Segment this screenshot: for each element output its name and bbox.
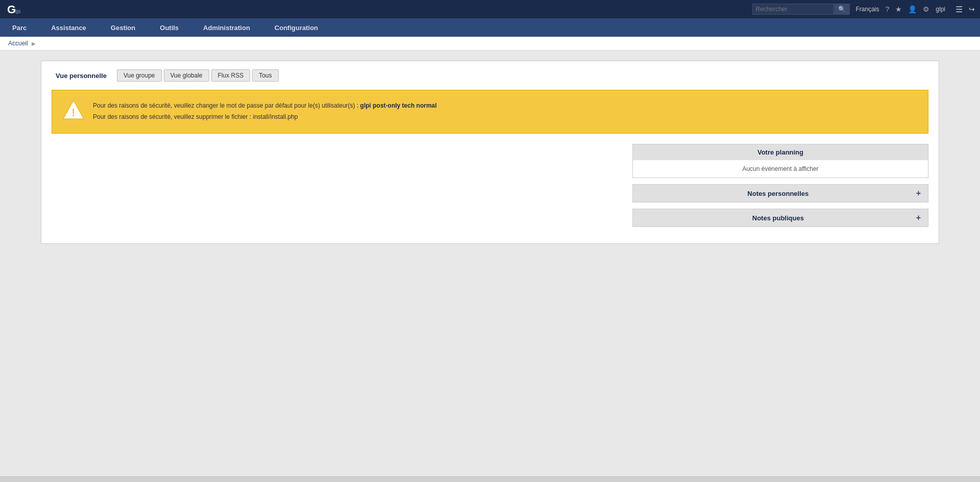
search-button[interactable]: 🔍	[834, 4, 850, 15]
breadcrumb-home[interactable]: Accueil	[8, 40, 28, 47]
nav-administration[interactable]: Administration	[201, 20, 252, 36]
language-label: Français	[856, 6, 879, 13]
notes-personal-header[interactable]: Notes personnelles +	[633, 185, 928, 202]
right-column: Votre planning Aucun événement à affiche…	[632, 144, 928, 233]
nav-bar: Parc Assistance Gestion Outils Administr…	[0, 18, 980, 37]
nav-configuration[interactable]: Configuration	[273, 20, 320, 36]
notes-personal-title: Notes personnelles	[640, 190, 916, 197]
glpi-logo: G lpi	[5, 0, 23, 18]
notes-public-title: Notes publiques	[640, 214, 916, 222]
tab-container: Vue personnelle Vue groupe Vue globale F…	[41, 61, 939, 244]
planning-header[interactable]: Votre planning	[633, 144, 928, 160]
search-box[interactable]: 🔍	[752, 4, 850, 15]
planning-title: Votre planning	[640, 148, 921, 156]
tab-vue-globale[interactable]: Vue globale	[164, 69, 209, 82]
nav-parc[interactable]: Parc	[10, 20, 29, 36]
tab-flux-rss[interactable]: Flux RSS	[211, 69, 251, 82]
hamburger-icon[interactable]: ☰	[955, 5, 963, 14]
nav-assistance[interactable]: Assistance	[49, 20, 88, 36]
left-column	[52, 144, 622, 233]
top-bar-right: 🔍 Français ? ★ 👤 ⚙ glpi ☰ ↪	[752, 4, 975, 15]
notes-personal-add-btn[interactable]: +	[916, 189, 921, 198]
nav-gestion[interactable]: Gestion	[109, 20, 137, 36]
notes-public-add-btn[interactable]: +	[916, 213, 921, 222]
tabs-row: Vue personnelle Vue groupe Vue globale F…	[52, 69, 928, 82]
logo-area: G lpi	[5, 0, 23, 18]
settings-icon[interactable]: ⚙	[923, 5, 929, 13]
warning-line1: Pour des raisons de sécurité, veuillez c…	[93, 100, 437, 112]
notes-personal-section: Notes personnelles +	[632, 184, 928, 202]
planning-section: Votre planning Aucun événement à affiche…	[632, 144, 928, 178]
content-columns: Votre planning Aucun événement à affiche…	[52, 144, 928, 233]
warning-line2: Pour des raisons de sécurité, veuillez s…	[93, 112, 437, 123]
breadcrumb-separator: ▶	[32, 41, 36, 46]
svg-text:G: G	[7, 3, 16, 16]
footer: GLPI 9.4.5 Copyright (C) 2015-2019 Tecli…	[0, 476, 980, 482]
top-bar: G lpi 🔍 Français ? ★ 👤 ⚙ glpi ☰ ↪	[0, 0, 980, 18]
warning-prefix: Pour des raisons de sécurité, veuillez c…	[93, 102, 360, 109]
notes-public-header[interactable]: Notes publiques +	[633, 209, 928, 226]
tab-tous[interactable]: Tous	[252, 69, 278, 82]
warning-icon: !	[62, 98, 85, 125]
svg-text:!: !	[71, 106, 75, 119]
planning-empty: Aucun événement à afficher	[742, 165, 818, 172]
help-icon[interactable]: ?	[886, 5, 890, 13]
breadcrumb-bar: Accueil ▶	[0, 37, 980, 50]
logout-icon[interactable]: ↪	[969, 5, 975, 13]
warning-users-link[interactable]: glpi post-only tech normal	[360, 102, 437, 109]
warning-text: Pour des raisons de sécurité, veuillez c…	[93, 100, 437, 122]
tab-vue-personnelle[interactable]: Vue personnelle	[52, 70, 111, 82]
main-content: Vue personnelle Vue groupe Vue globale F…	[0, 50, 980, 476]
warning-box: ! Pour des raisons de sécurité, veuillez…	[52, 90, 928, 134]
user-config-icon[interactable]: 👤	[908, 5, 917, 13]
nav-outils[interactable]: Outils	[158, 20, 181, 36]
planning-body: Aucun événement à afficher	[633, 160, 928, 177]
username-label: glpi	[936, 6, 945, 13]
svg-text:lpi: lpi	[15, 9, 20, 14]
search-input[interactable]	[752, 4, 834, 15]
star-icon[interactable]: ★	[895, 5, 902, 13]
tab-vue-groupe[interactable]: Vue groupe	[117, 69, 162, 82]
notes-public-section: Notes publiques +	[632, 209, 928, 227]
